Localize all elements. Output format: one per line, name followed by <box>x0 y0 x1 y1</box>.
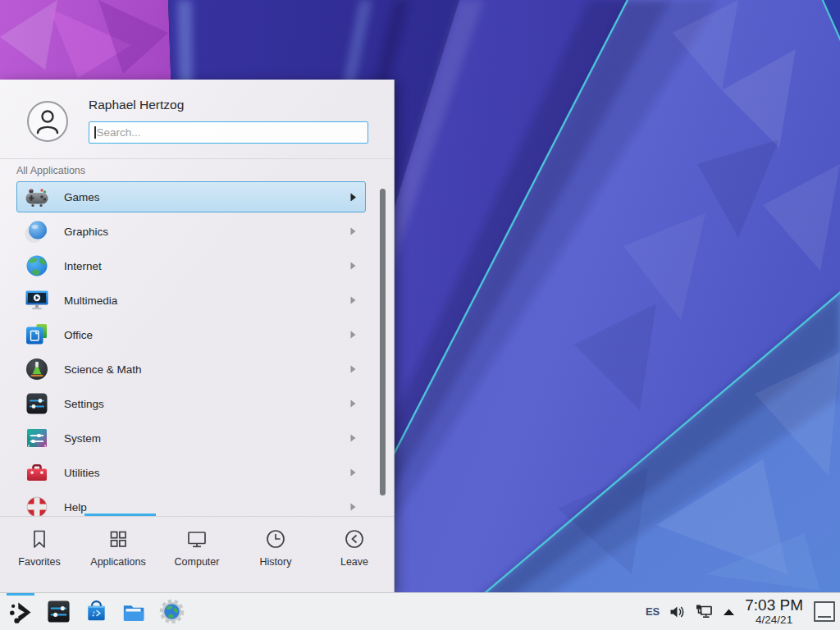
category-label: Office <box>64 329 350 341</box>
clock-icon <box>264 527 287 550</box>
taskbar-launchers <box>0 599 185 625</box>
application-launcher-menu: Raphael Hertzog All Applications <box>0 80 395 592</box>
category-row-multimedia[interactable]: Multimedia <box>0 283 377 317</box>
documents-icon <box>24 322 50 348</box>
submenu-arrow-icon <box>350 468 357 477</box>
submenu-arrow-icon <box>350 503 357 512</box>
category-label: Science & Math <box>64 363 350 376</box>
clock-date: 4/24/21 <box>756 614 792 626</box>
submenu-arrow-icon <box>350 331 357 340</box>
category-row-system[interactable]: System <box>0 421 377 455</box>
bookmark-icon <box>28 527 51 550</box>
grid-icon <box>107 527 130 550</box>
toolbox-icon <box>24 459 50 486</box>
flask-icon <box>24 356 50 382</box>
category-label: Graphics <box>64 226 350 238</box>
submenu-arrow-icon <box>350 434 357 443</box>
globe-icon <box>24 253 50 279</box>
settings-sliders-icon <box>46 599 71 624</box>
submenu-arrow-icon <box>350 296 357 305</box>
tab-label: Computer <box>175 556 220 568</box>
category-label: Internet <box>64 260 350 272</box>
submenu-arrow-icon <box>350 227 357 236</box>
category-label: Multimedia <box>64 294 350 307</box>
search-field[interactable] <box>89 121 368 144</box>
launcher-header: Raphael Hertzog <box>0 80 394 159</box>
category-label: System <box>64 432 350 445</box>
sphere-icon <box>24 218 50 244</box>
category-row-office[interactable]: Office <box>0 317 377 352</box>
file-manager-folder-icon <box>121 599 147 625</box>
launcher-tab-bar: Favorites Applications C <box>0 516 394 592</box>
monitor-play-icon <box>24 287 50 313</box>
file-manager-launcher[interactable] <box>121 599 147 625</box>
category-row-utilities[interactable]: Utilities <box>0 455 377 490</box>
user-icon <box>30 103 66 139</box>
search-input[interactable] <box>97 126 363 139</box>
clock-time: 7:03 PM <box>745 597 803 613</box>
submenu-arrow-icon <box>350 365 357 374</box>
category-row-help[interactable]: Help <box>0 490 377 517</box>
list-scrollbar[interactable] <box>380 189 386 495</box>
tab-label: History <box>260 556 292 568</box>
submenu-arrow-icon <box>350 262 357 271</box>
lifebuoy-icon <box>24 494 50 517</box>
system-sliders-icon <box>24 425 50 451</box>
submenu-arrow-icon <box>350 193 357 202</box>
discover-launcher[interactable] <box>83 599 109 625</box>
digital-clock[interactable]: 7:03 PM 4/24/21 <box>745 597 803 626</box>
globe-gear-icon <box>159 599 185 624</box>
tab-computer[interactable]: Computer <box>158 517 236 592</box>
submenu-arrow-icon <box>350 399 357 409</box>
category-row-graphics[interactable]: Graphics <box>0 214 377 249</box>
category-label: Games <box>64 191 350 203</box>
user-name: Raphael Hertzog <box>89 98 184 112</box>
category-row-science-math[interactable]: Science & Math <box>0 352 377 386</box>
discover-bag-icon <box>84 599 109 624</box>
keyboard-layout-indicator[interactable]: ES <box>646 605 660 618</box>
gamepad-icon <box>24 184 50 210</box>
app-launcher-button[interactable] <box>7 599 34 625</box>
category-label: Utilities <box>64 467 350 479</box>
leave-icon <box>343 527 366 550</box>
tab-label: Leave <box>340 556 368 568</box>
system-tray: ES <box>646 597 840 626</box>
browser-launcher[interactable] <box>158 599 185 625</box>
tab-leave[interactable]: Leave <box>315 517 394 592</box>
tab-applications[interactable]: Applications <box>79 517 158 592</box>
category-row-internet[interactable]: Internet <box>0 249 377 283</box>
application-category-list: Games <box>0 180 377 517</box>
text-caret <box>94 126 96 139</box>
tab-label: Applications <box>90 556 145 568</box>
taskbar-panel: ES <box>0 592 840 630</box>
show-desktop-button[interactable] <box>814 601 835 622</box>
category-row-settings[interactable]: Settings <box>0 386 377 421</box>
category-row-games[interactable]: Games <box>0 180 377 214</box>
sliders-icon <box>24 390 50 417</box>
volume-icon[interactable] <box>669 604 686 620</box>
user-avatar[interactable] <box>27 101 68 142</box>
app-launcher-icon <box>7 599 34 625</box>
network-icon[interactable] <box>695 603 713 620</box>
system-settings-launcher[interactable] <box>45 599 71 625</box>
category-label: Help <box>64 501 350 514</box>
expand-tray-arrow-icon[interactable] <box>722 607 736 617</box>
tab-favorites[interactable]: Favorites <box>0 517 79 592</box>
monitor-icon <box>185 527 208 550</box>
tab-label: Favorites <box>18 556 60 568</box>
section-label: All Applications <box>16 165 85 176</box>
desktop-screen: Raphael Hertzog All Applications <box>0 0 840 630</box>
category-label: Settings <box>64 398 350 410</box>
tab-history[interactable]: History <box>236 517 315 592</box>
active-task-indicator <box>7 593 34 596</box>
